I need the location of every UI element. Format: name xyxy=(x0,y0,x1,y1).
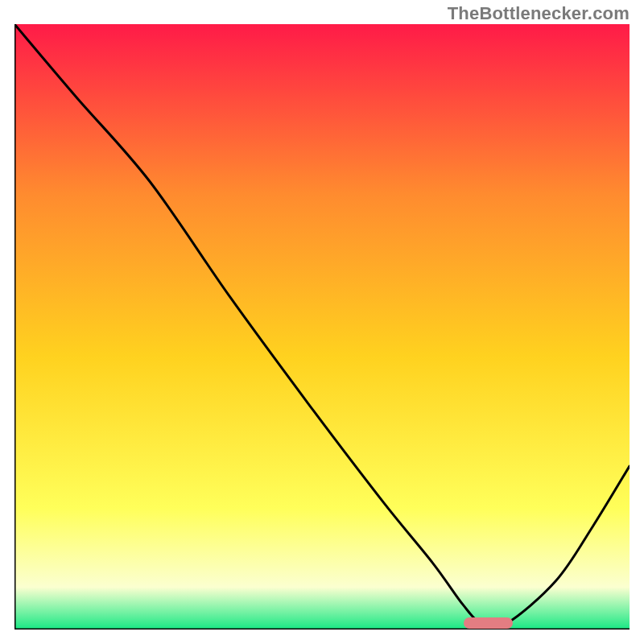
gradient-background xyxy=(14,24,630,630)
optimum-marker xyxy=(464,617,513,629)
chart-svg xyxy=(14,24,630,630)
chart-stage: TheBottlenecker.com xyxy=(0,0,644,644)
plot-area xyxy=(14,24,630,630)
watermark-text: TheBottlenecker.com xyxy=(448,3,630,24)
